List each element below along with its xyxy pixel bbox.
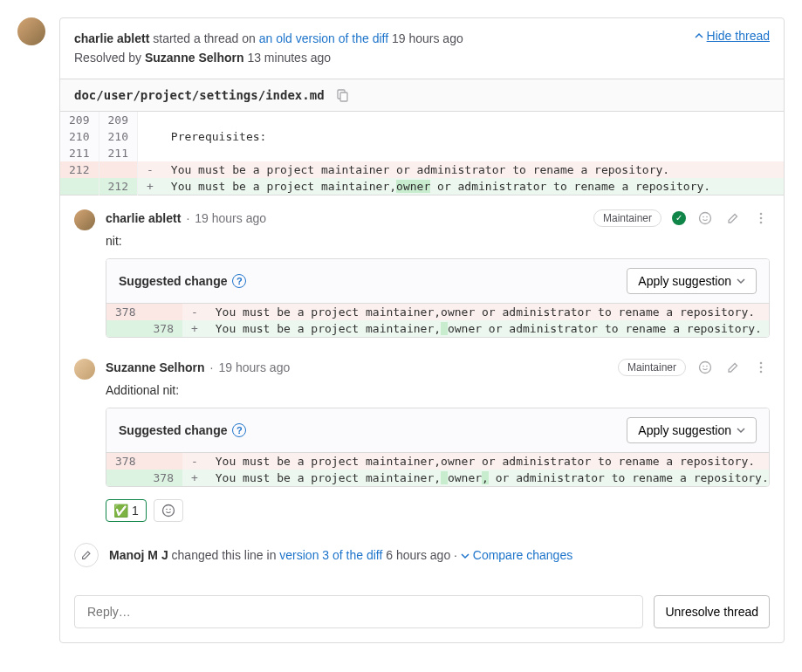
- suggestion-box: Suggested change ? Apply suggestion: [106, 258, 770, 338]
- role-badge: Maintainer: [593, 209, 661, 227]
- svg-point-11: [760, 361, 763, 364]
- system-note-time: 6 hours ago: [386, 548, 450, 562]
- thread-starter-name[interactable]: charlie ablett: [74, 31, 149, 45]
- add-reaction-button[interactable]: [154, 499, 183, 522]
- edit-icon[interactable]: [724, 209, 742, 227]
- resolved-by-label: Resolved by: [74, 51, 145, 65]
- comment-avatar[interactable]: [74, 359, 95, 380]
- svg-point-3: [703, 216, 704, 217]
- resolved-check-icon[interactable]: ✓: [672, 211, 686, 225]
- svg-point-12: [760, 366, 763, 368]
- svg-point-4: [706, 216, 708, 217]
- edit-icon[interactable]: [724, 359, 742, 376]
- svg-point-10: [706, 365, 708, 367]
- system-note-author[interactable]: Manoj M J: [109, 548, 168, 562]
- diff-removed-line: 212-You must be a project maintainer or …: [60, 161, 784, 178]
- suggestion-box: Suggested change ? Apply suggestion: [106, 408, 770, 487]
- thread-start-time: 19 hours ago: [392, 31, 463, 45]
- system-note: Manoj M J changed this line in version 3…: [74, 543, 770, 567]
- chevron-down-icon: [737, 426, 745, 435]
- pencil-icon: [74, 543, 99, 567]
- svg-rect-1: [340, 93, 347, 101]
- reply-input[interactable]: [74, 595, 643, 628]
- file-path[interactable]: doc/user/project/settings/index.md: [74, 88, 325, 102]
- resolver-name[interactable]: Suzanne Selhorn: [145, 51, 244, 65]
- thread-card: charlie ablett started a thread on an ol…: [59, 17, 785, 643]
- diff-context: 209209 210210Prerequisites: 211211 212-Y…: [60, 112, 784, 195]
- unresolve-thread-button[interactable]: Unresolve thread: [654, 595, 770, 628]
- comment: Suzanne Selhorn · 19 hours ago Maintaine…: [74, 359, 770, 522]
- diff-version-link[interactable]: version 3 of the diff: [279, 548, 382, 562]
- svg-point-2: [700, 212, 711, 223]
- svg-point-13: [760, 370, 763, 373]
- suggestion-title: Suggested change: [119, 423, 227, 437]
- svg-point-6: [760, 216, 763, 219]
- svg-point-16: [169, 508, 171, 510]
- chevron-down-icon: [737, 277, 745, 285]
- resolved-time: 13 minutes ago: [247, 51, 331, 65]
- emoji-icon[interactable]: [696, 209, 714, 227]
- emoji-icon[interactable]: [696, 359, 714, 376]
- apply-suggestion-button[interactable]: Apply suggestion: [627, 417, 757, 443]
- comment-time: 19 hours ago: [218, 360, 290, 374]
- hide-thread-toggle[interactable]: Hide thread: [695, 29, 770, 43]
- more-icon[interactable]: [752, 209, 770, 227]
- svg-point-9: [703, 365, 704, 367]
- apply-suggestion-button[interactable]: Apply suggestion: [627, 268, 757, 294]
- suggestion-title: Suggested change: [119, 274, 227, 288]
- svg-point-15: [166, 508, 168, 510]
- svg-point-7: [760, 221, 763, 223]
- help-icon[interactable]: ?: [232, 274, 246, 288]
- more-icon[interactable]: [752, 359, 770, 376]
- comment-time: 19 hours ago: [195, 211, 266, 225]
- svg-point-5: [760, 212, 763, 215]
- comment: charlie ablett · 19 hours ago Maintainer…: [74, 209, 770, 338]
- chevron-up-icon: [695, 31, 703, 40]
- role-badge: Maintainer: [618, 359, 686, 376]
- thread-action-text: started a thread on: [149, 31, 258, 45]
- file-header: doc/user/project/settings/index.md: [60, 79, 784, 112]
- diff-added-line: 212+You must be a project maintainer,own…: [60, 178, 784, 195]
- comment-author[interactable]: charlie ablett: [106, 211, 181, 225]
- comment-avatar[interactable]: [74, 209, 95, 230]
- svg-point-8: [700, 361, 711, 373]
- svg-point-14: [162, 504, 174, 516]
- thread-starter-avatar[interactable]: [17, 17, 45, 45]
- help-icon[interactable]: ?: [232, 423, 246, 437]
- copy-path-icon[interactable]: [335, 88, 349, 102]
- comment-text: nit:: [106, 234, 770, 248]
- thread-header: charlie ablett started a thread on an ol…: [60, 18, 784, 79]
- comment-author[interactable]: Suzanne Selhorn: [106, 360, 205, 374]
- reaction-check[interactable]: ✅ 1: [106, 499, 147, 522]
- comment-text: Additional nit:: [106, 383, 770, 397]
- compare-changes-link[interactable]: Compare changes: [473, 548, 572, 562]
- diff-version-link[interactable]: an old version of the diff: [259, 31, 388, 45]
- chevron-down-icon: [461, 552, 470, 560]
